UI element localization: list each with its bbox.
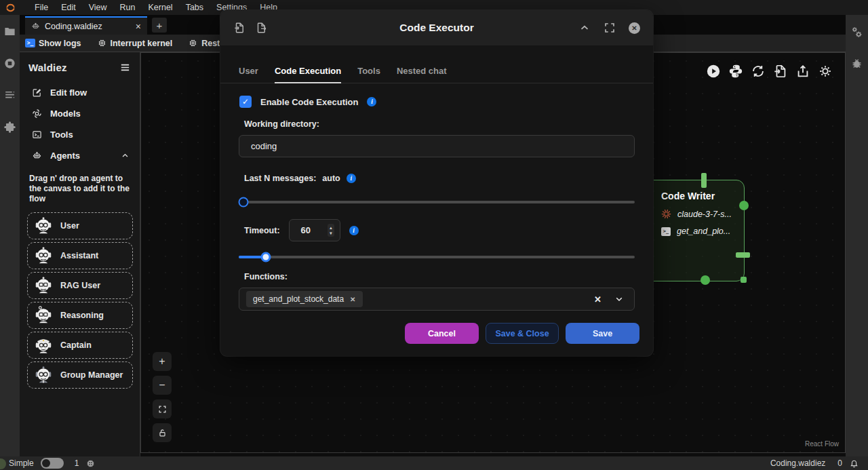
sidebar-item-edit-flow[interactable]: Edit flow bbox=[27, 82, 133, 103]
save-and-close-button[interactable]: Save & Close bbox=[486, 323, 559, 344]
slider-thumb[interactable] bbox=[261, 252, 271, 262]
tab-code-execution[interactable]: Code Execution bbox=[275, 66, 341, 83]
kernel-chip-icon bbox=[85, 458, 96, 469]
import-icon[interactable] bbox=[233, 22, 245, 34]
enable-code-execution-label: Enable Code Execution bbox=[260, 97, 358, 107]
info-icon[interactable]: i bbox=[347, 174, 356, 183]
modal-header: Code Executor ✕ bbox=[220, 10, 653, 45]
timeout-input[interactable]: 60 ▴ ▾ bbox=[289, 219, 340, 241]
tab-close-icon[interactable]: × bbox=[136, 22, 141, 31]
robot-avatar bbox=[33, 335, 54, 355]
node-handle-right-bar[interactable] bbox=[736, 252, 750, 258]
refresh-icon[interactable] bbox=[751, 64, 766, 79]
new-tab-button[interactable]: + bbox=[152, 18, 167, 33]
run-icon[interactable] bbox=[706, 64, 721, 79]
canvas-zoom-controls: + − bbox=[153, 352, 172, 442]
agent-card-user[interactable]: User bbox=[27, 212, 133, 239]
clear-selection-icon[interactable]: ✕ bbox=[594, 294, 601, 305]
remove-tag-icon[interactable]: ✕ bbox=[350, 296, 355, 303]
export-icon[interactable] bbox=[795, 64, 810, 79]
step-up-icon[interactable]: ▴ bbox=[330, 225, 332, 230]
react-flow-attribution[interactable]: React Flow bbox=[805, 440, 839, 448]
fit-view-button[interactable] bbox=[153, 399, 172, 418]
last-n-messages-slider[interactable] bbox=[239, 201, 635, 203]
agent-card-captain[interactable]: Captain bbox=[27, 332, 133, 359]
zoom-out-button[interactable]: − bbox=[153, 376, 172, 395]
step-down-icon[interactable]: ▾ bbox=[330, 231, 332, 235]
export-icon[interactable] bbox=[255, 22, 267, 34]
agent-card-assistant[interactable]: Assistant bbox=[27, 242, 133, 269]
tab-tools[interactable]: Tools bbox=[357, 66, 380, 83]
slider-thumb[interactable] bbox=[239, 197, 249, 208]
tab-user[interactable]: User bbox=[239, 66, 258, 83]
number-stepper[interactable]: ▴ ▾ bbox=[328, 224, 334, 237]
agent-card-reasoning[interactable]: Reasoning bbox=[27, 302, 133, 329]
tab-title: Coding.waldiez bbox=[45, 22, 102, 31]
lock-button[interactable] bbox=[153, 423, 172, 442]
node-title: Code Writer bbox=[661, 191, 744, 201]
info-icon[interactable]: i bbox=[367, 97, 376, 106]
chevron-down-icon[interactable] bbox=[614, 294, 624, 304]
property-inspector-icon[interactable] bbox=[850, 26, 863, 39]
zoom-in-button[interactable]: + bbox=[153, 352, 172, 371]
working-directory-input[interactable] bbox=[239, 135, 635, 157]
modal-footer: Cancel Save & Close Save bbox=[220, 323, 653, 356]
table-of-contents-icon[interactable] bbox=[3, 89, 16, 102]
node-tool-row: >_ get_and_plo... bbox=[661, 227, 744, 236]
node-resize-handle[interactable] bbox=[741, 277, 747, 283]
python-icon[interactable] bbox=[728, 64, 743, 79]
last-n-messages-value: auto bbox=[322, 174, 340, 183]
menu-view[interactable]: View bbox=[89, 3, 107, 12]
interrupt-kernel-button[interactable]: Interrupt kernel bbox=[97, 38, 173, 48]
node-handle-bottom[interactable] bbox=[701, 275, 710, 285]
menu-kernel[interactable]: Kernel bbox=[149, 3, 173, 12]
close-icon[interactable]: ✕ bbox=[629, 22, 640, 34]
sidebar-item-models[interactable]: Models bbox=[27, 103, 133, 124]
file-browser-icon[interactable] bbox=[3, 25, 16, 38]
timeout-slider[interactable] bbox=[239, 256, 635, 258]
agent-card-rag-user[interactable]: RAG User bbox=[27, 272, 133, 299]
robot-avatar bbox=[33, 305, 54, 326]
node-code-writer[interactable]: Code Writer claude-3-7-s... >_ get_and_p… bbox=[638, 180, 745, 281]
function-tag: get_and_plot_stock_data ✕ bbox=[246, 291, 363, 307]
show-logs-button[interactable]: >_ Show logs bbox=[25, 39, 81, 48]
fullscreen-icon[interactable] bbox=[604, 22, 616, 34]
menu-file[interactable]: File bbox=[35, 3, 48, 12]
modal-body: ✓ Enable Code Execution i Working direct… bbox=[220, 83, 653, 323]
import-icon[interactable] bbox=[773, 64, 788, 79]
agent-card-group-manager[interactable]: Group Manager bbox=[27, 361, 133, 389]
node-handle-top[interactable] bbox=[701, 173, 707, 188]
tab-nested-chat[interactable]: Nested chat bbox=[397, 66, 447, 83]
last-n-messages-label: Last N messages: bbox=[244, 174, 316, 183]
node-model-row: claude-3-7-s... bbox=[661, 209, 744, 219]
node-handle-right[interactable] bbox=[739, 201, 749, 210]
status-bar: Simple 1 Coding.waldiez 0 bbox=[0, 456, 868, 470]
cancel-button[interactable]: Cancel bbox=[405, 323, 479, 344]
bell-icon[interactable] bbox=[849, 458, 859, 469]
tab-coding-waldiez[interactable]: Coding.waldiez × bbox=[25, 16, 147, 35]
save-button[interactable]: Save bbox=[566, 323, 639, 344]
waldiez-sidebar: Waldiez Edit flow Models Tools bbox=[20, 52, 140, 456]
menu-tabs[interactable]: Tabs bbox=[186, 3, 203, 12]
sidebar-item-agents[interactable]: Agents bbox=[27, 145, 133, 166]
chevron-up-icon[interactable] bbox=[120, 151, 130, 161]
enable-code-execution-checkbox[interactable]: ✓ bbox=[239, 96, 252, 108]
info-icon[interactable]: i bbox=[349, 226, 359, 235]
hamburger-menu-icon[interactable] bbox=[119, 62, 131, 73]
debugger-icon[interactable] bbox=[850, 57, 863, 70]
robot-avatar bbox=[33, 365, 54, 385]
notification-count: 0 bbox=[837, 458, 842, 468]
robot-avatar bbox=[33, 275, 54, 296]
working-directory-label: Working directory: bbox=[244, 119, 635, 129]
settings-icon[interactable] bbox=[818, 64, 833, 79]
sidebar-item-tools[interactable]: Tools bbox=[27, 124, 133, 145]
collapse-icon[interactable] bbox=[578, 22, 591, 34]
robot-avatar bbox=[33, 246, 54, 266]
extensions-icon[interactable] bbox=[3, 121, 16, 134]
menu-run[interactable]: Run bbox=[120, 3, 136, 12]
simple-mode-toggle[interactable] bbox=[41, 458, 64, 469]
menu-edit[interactable]: Edit bbox=[61, 3, 76, 12]
functions-select[interactable]: get_and_plot_stock_data ✕ ✕ bbox=[239, 288, 635, 311]
active-file-label: Coding.waldiez bbox=[770, 458, 825, 468]
running-sessions-icon[interactable] bbox=[3, 57, 16, 70]
